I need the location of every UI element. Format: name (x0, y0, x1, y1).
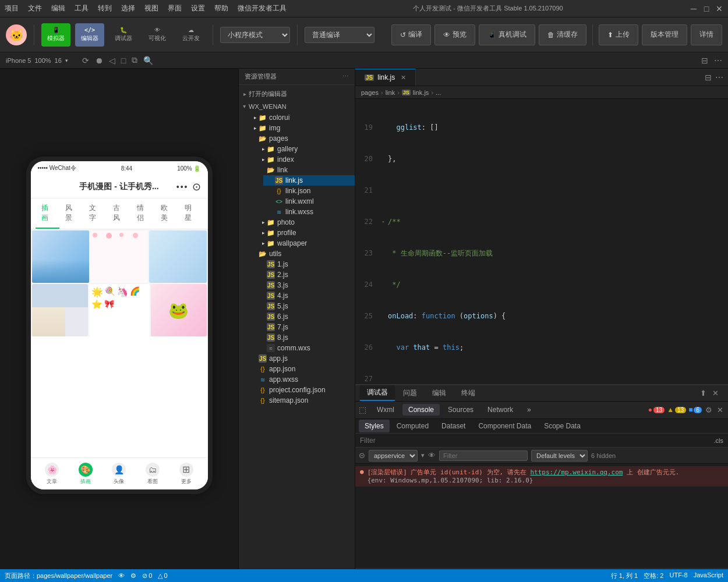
console-context-select[interactable]: appservice (369, 450, 418, 462)
bottom-nav-article[interactable]: 🌸 文章 (45, 463, 59, 485)
editor-content[interactable]: 19 gglist: [] 20 }, 21 (355, 99, 728, 384)
tab-ancient[interactable]: 古风 (107, 198, 131, 229)
file-sitemap[interactable]: {} sitemap.json (247, 395, 355, 406)
menu-item-file[interactable]: 文件 (28, 3, 42, 13)
tab-text[interactable]: 文字 (83, 198, 107, 229)
bottom-nav-illustration[interactable]: 🎨 插画 (79, 463, 93, 485)
editor-more-icon[interactable]: ⋯ (715, 73, 723, 82)
clear-cache-button[interactable]: 🗑 清缓存 (539, 24, 586, 45)
preview-button[interactable]: 👁 预览 (434, 24, 475, 45)
photo-cell-1[interactable] (32, 230, 90, 283)
filter-input[interactable] (360, 436, 714, 445)
styles-tab-scope[interactable]: Scope Data (538, 420, 586, 432)
code-area[interactable]: 19 gglist: [] 20 }, 21 (355, 99, 728, 384)
file-link-json[interactable]: ▸ {} link.json (263, 186, 355, 196)
bottom-nav-more[interactable]: ⊞ 更多 (179, 463, 193, 485)
file-6js[interactable]: JS 6.js (255, 311, 355, 322)
chevron-down-icon[interactable]: ▾ (65, 58, 68, 63)
upload-button[interactable]: ⬆ 上传 (599, 24, 638, 45)
minimize-button[interactable]: ─ (690, 5, 698, 13)
split-icon[interactable]: ⊟ (701, 56, 708, 65)
file-app-wxss[interactable]: ≋ app.wxss (247, 374, 355, 385)
photo-cell-5[interactable]: 🌟 🍭 🦄 🌈 ⭐ 🎀 (89, 284, 150, 336)
file-explorer-more[interactable]: ⋯ (342, 73, 349, 80)
search-icon[interactable]: 🔍 (143, 56, 153, 65)
folder-colorui[interactable]: ▸ 📁 colorui (247, 112, 355, 123)
styles-tab-component[interactable]: Component Data (472, 420, 537, 432)
inspector-tab-network[interactable]: Network (482, 404, 519, 416)
file-3js[interactable]: JS 3.js (255, 280, 355, 290)
fold-22[interactable] (379, 217, 388, 227)
styles-tab-styles[interactable]: Styles (359, 420, 390, 432)
debugger-button[interactable]: 🐛 调试器 (109, 23, 138, 47)
debug-close-icon[interactable]: ✕ (716, 404, 725, 416)
back-icon[interactable]: ◁ (109, 56, 115, 65)
maximize-button[interactable]: □ (702, 5, 711, 13)
status-settings-icon[interactable]: ⚙ (130, 572, 136, 580)
file-project-config[interactable]: {} project.config.json (247, 385, 355, 395)
file-link-js[interactable]: ▸ JS link.js (263, 175, 355, 186)
debug-tab-edit[interactable]: 编辑 (425, 386, 453, 400)
tab-illustration[interactable]: 插画 (36, 198, 59, 229)
menu-item-project[interactable]: 项目 (5, 3, 19, 13)
tab-celebrity[interactable]: 明星 (179, 198, 203, 229)
close-debug-icon[interactable]: ✕ (711, 388, 720, 399)
menu-item-goto[interactable]: 转到 (98, 3, 112, 13)
folder-profile[interactable]: ▸ 📁 profile (255, 228, 355, 238)
tab-scenery[interactable]: 风景 (59, 198, 83, 229)
version-button[interactable]: 版本管理 (642, 24, 687, 45)
folder-gallery[interactable]: ▸ 📁 gallery (255, 144, 355, 154)
filter-cls[interactable]: .cls (714, 437, 724, 444)
inspector-tab-sources[interactable]: Sources (442, 404, 479, 416)
error-link[interactable]: https://mp.weixin.qq.com (530, 469, 623, 476)
styles-tab-dataset[interactable]: Dataset (436, 420, 471, 432)
folder-pages[interactable]: 📂 pages (247, 133, 355, 144)
file-7js[interactable]: JS 7.js (255, 322, 355, 332)
compile-mode-select[interactable]: 普通编译 (305, 27, 374, 43)
home-icon[interactable]: □ (121, 56, 126, 65)
console-context-arrow[interactable]: ▾ (421, 452, 425, 459)
eye-icon[interactable]: 👁 (428, 451, 436, 460)
menu-item-wechat[interactable]: 微信开发者工具 (238, 3, 287, 13)
editor-button[interactable]: </> 编辑器 (75, 23, 104, 47)
file-8js[interactable]: JS 8.js (255, 332, 355, 343)
phone-nav-more[interactable]: ⊙ (192, 180, 201, 193)
console-level-select[interactable]: Default levels (531, 450, 588, 462)
bottom-nav-avatar[interactable]: 👤 头像 (112, 463, 126, 485)
inspector-tab-console[interactable]: Console (402, 404, 440, 416)
file-app-json[interactable]: {} app.json (247, 364, 355, 374)
menu-item-interface[interactable]: 界面 (168, 3, 182, 13)
folder-photo[interactable]: ▸ 📁 photo (255, 217, 355, 228)
close-tab-icon[interactable]: ✕ (401, 74, 406, 81)
section-open-editors[interactable]: ▸ 打开的编辑器 (239, 87, 355, 101)
simulator-button[interactable]: 📱 模拟器 (41, 23, 70, 47)
console-clear-icon[interactable]: ⊝ (359, 451, 365, 460)
rotate-icon[interactable]: ⟳ (82, 56, 89, 65)
compile-button[interactable]: ↺ 编译 (391, 24, 431, 45)
section-wx-wenan[interactable]: ▸ WX_WENAN (239, 101, 355, 112)
inspector-tab-more[interactable]: » (521, 404, 537, 416)
console-filter-input[interactable] (439, 450, 528, 461)
tab-western[interactable]: 欧美 (155, 198, 179, 229)
close-button[interactable]: ✕ (715, 5, 723, 13)
cloud-button[interactable]: ☁ 云开发 (176, 23, 206, 47)
menu-item-settings[interactable]: 设置 (191, 3, 205, 13)
photo-cell-2[interactable] (90, 230, 148, 283)
record-icon[interactable]: ⏺ (95, 56, 103, 65)
inspect-icon[interactable]: ⬚ (359, 405, 366, 414)
styles-tab-computed[interactable]: Computed (391, 420, 434, 432)
detail-button[interactable]: 详情 (691, 24, 722, 45)
expand-debug-icon[interactable]: ⬆ (699, 388, 708, 399)
visual-button[interactable]: 👁 可视化 (143, 23, 172, 47)
debug-tab-terminal[interactable]: 终端 (454, 386, 482, 400)
editor-tab-link-js[interactable]: JS link.js ✕ (355, 69, 416, 86)
menu-item-edit[interactable]: 编辑 (51, 3, 65, 13)
photo-cell-6[interactable]: 🐸 (151, 284, 207, 336)
avatar[interactable]: 🐱 (6, 24, 27, 45)
menu-item-help[interactable]: 帮助 (214, 3, 228, 13)
photo-cell-4[interactable] (32, 284, 88, 336)
folder-link[interactable]: 📂 link (255, 165, 355, 175)
copy-icon[interactable]: ⧉ (132, 55, 137, 65)
tab-couple[interactable]: 情侣 (131, 198, 155, 229)
bottom-nav-gallery[interactable]: 🗂 看图 (146, 463, 160, 485)
